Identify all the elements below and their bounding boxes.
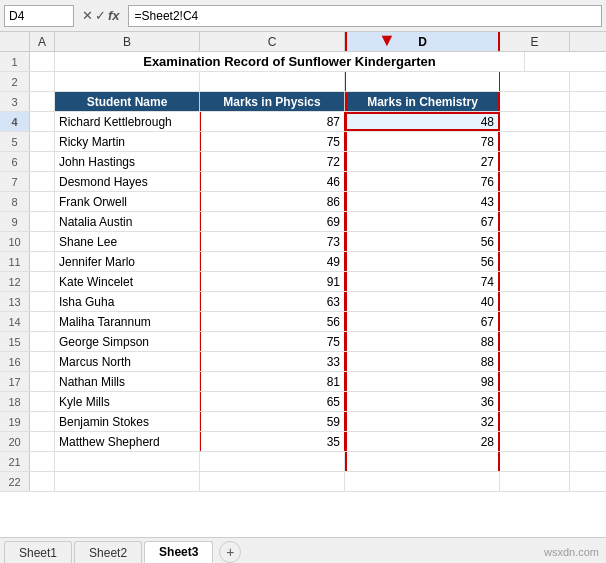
cell-e22[interactable] — [500, 472, 570, 491]
cell-c21[interactable] — [200, 452, 345, 471]
cell-c16[interactable]: 33 — [200, 352, 345, 371]
cell-d9[interactable]: 67 — [345, 212, 500, 231]
cell-e13[interactable] — [500, 292, 570, 311]
cell-c2[interactable] — [200, 72, 345, 91]
cell-e3[interactable] — [500, 92, 570, 111]
cell-a5[interactable] — [30, 132, 55, 151]
cell-a1[interactable] — [30, 52, 55, 71]
cell-c9[interactable]: 69 — [200, 212, 345, 231]
cell-b22[interactable] — [55, 472, 200, 491]
add-sheet-button[interactable]: + — [219, 541, 241, 563]
cell-d16[interactable]: 88 — [345, 352, 500, 371]
cell-e7[interactable] — [500, 172, 570, 191]
col-header-b[interactable]: B — [55, 32, 200, 51]
cell-a10[interactable] — [30, 232, 55, 251]
cell-c14[interactable]: 56 — [200, 312, 345, 331]
cell-b13[interactable]: Isha Guha — [55, 292, 200, 311]
cell-a2[interactable] — [30, 72, 55, 91]
cell-e19[interactable] — [500, 412, 570, 431]
cell-a17[interactable] — [30, 372, 55, 391]
cell-a18[interactable] — [30, 392, 55, 411]
cell-b20[interactable]: Matthew Shepherd — [55, 432, 200, 451]
fx-icon[interactable]: fx — [108, 8, 120, 23]
tab-sheet3[interactable]: Sheet3 — [144, 541, 213, 563]
cell-b17[interactable]: Nathan Mills — [55, 372, 200, 391]
cell-e6[interactable] — [500, 152, 570, 171]
col-header-d[interactable]: D — [345, 32, 500, 51]
cell-a6[interactable] — [30, 152, 55, 171]
cell-c3-header[interactable]: Marks in Physics — [200, 92, 345, 111]
col-header-c[interactable]: C — [200, 32, 345, 51]
cell-d19[interactable]: 32 — [345, 412, 500, 431]
cell-d11[interactable]: 56 — [345, 252, 500, 271]
cell-e12[interactable] — [500, 272, 570, 291]
cell-b21[interactable] — [55, 452, 200, 471]
cell-e8[interactable] — [500, 192, 570, 211]
cell-d13[interactable]: 40 — [345, 292, 500, 311]
cell-b9[interactable]: Natalia Austin — [55, 212, 200, 231]
cell-e20[interactable] — [500, 432, 570, 451]
cell-c5[interactable]: 75 — [200, 132, 345, 151]
cell-c18[interactable]: 65 — [200, 392, 345, 411]
cell-e2[interactable] — [500, 72, 570, 91]
cell-e15[interactable] — [500, 332, 570, 351]
cell-a12[interactable] — [30, 272, 55, 291]
cell-c10[interactable]: 73 — [200, 232, 345, 251]
cell-e11[interactable] — [500, 252, 570, 271]
cell-c11[interactable]: 49 — [200, 252, 345, 271]
cell-c17[interactable]: 81 — [200, 372, 345, 391]
cell-a4[interactable] — [30, 112, 55, 131]
cell-e16[interactable] — [500, 352, 570, 371]
tab-sheet1[interactable]: Sheet1 — [4, 541, 72, 563]
cell-d2[interactable] — [345, 72, 500, 91]
col-header-a[interactable]: A — [30, 32, 55, 51]
cell-e14[interactable] — [500, 312, 570, 331]
cell-d10[interactable]: 56 — [345, 232, 500, 251]
cell-c19[interactable]: 59 — [200, 412, 345, 431]
cell-d4[interactable]: 48 — [345, 112, 500, 131]
cell-d21[interactable] — [345, 452, 500, 471]
cell-a9[interactable] — [30, 212, 55, 231]
cell-b4[interactable]: Richard Kettlebrough — [55, 112, 200, 131]
cell-a16[interactable] — [30, 352, 55, 371]
cell-a21[interactable] — [30, 452, 55, 471]
cell-c6[interactable]: 72 — [200, 152, 345, 171]
cell-c13[interactable]: 63 — [200, 292, 345, 311]
cell-d17[interactable]: 98 — [345, 372, 500, 391]
cell-d7[interactable]: 76 — [345, 172, 500, 191]
cell-d14[interactable]: 67 — [345, 312, 500, 331]
cell-d20[interactable]: 28 — [345, 432, 500, 451]
cell-a14[interactable] — [30, 312, 55, 331]
cell-a22[interactable] — [30, 472, 55, 491]
tab-sheet2[interactable]: Sheet2 — [74, 541, 142, 563]
formula-input[interactable]: =Sheet2!C4 — [128, 5, 602, 27]
cell-b8[interactable]: Frank Orwell — [55, 192, 200, 211]
cell-d12[interactable]: 74 — [345, 272, 500, 291]
cell-b3-header[interactable]: Student Name — [55, 92, 200, 111]
cell-a13[interactable] — [30, 292, 55, 311]
cell-e5[interactable] — [500, 132, 570, 151]
cell-b6[interactable]: John Hastings — [55, 152, 200, 171]
cell-d22[interactable] — [345, 472, 500, 491]
cell-c22[interactable] — [200, 472, 345, 491]
cell-a7[interactable] — [30, 172, 55, 191]
cell-b7[interactable]: Desmond Hayes — [55, 172, 200, 191]
cell-b10[interactable]: Shane Lee — [55, 232, 200, 251]
cell-b15[interactable]: George Simpson — [55, 332, 200, 351]
cell-a8[interactable] — [30, 192, 55, 211]
cell-e4[interactable] — [500, 112, 570, 131]
cell-e10[interactable] — [500, 232, 570, 251]
cell-a11[interactable] — [30, 252, 55, 271]
cell-b14[interactable]: Maliha Tarannum — [55, 312, 200, 331]
cell-b16[interactable]: Marcus North — [55, 352, 200, 371]
cell-d18[interactable]: 36 — [345, 392, 500, 411]
cell-b19[interactable]: Benjamin Stokes — [55, 412, 200, 431]
cell-b5[interactable]: Ricky Martin — [55, 132, 200, 151]
cell-a15[interactable] — [30, 332, 55, 351]
cell-e9[interactable] — [500, 212, 570, 231]
cell-d8[interactable]: 43 — [345, 192, 500, 211]
cancel-icon[interactable]: ✕ — [82, 8, 93, 23]
cell-c7[interactable]: 46 — [200, 172, 345, 191]
cell-c20[interactable]: 35 — [200, 432, 345, 451]
cell-b11[interactable]: Jennifer Marlo — [55, 252, 200, 271]
